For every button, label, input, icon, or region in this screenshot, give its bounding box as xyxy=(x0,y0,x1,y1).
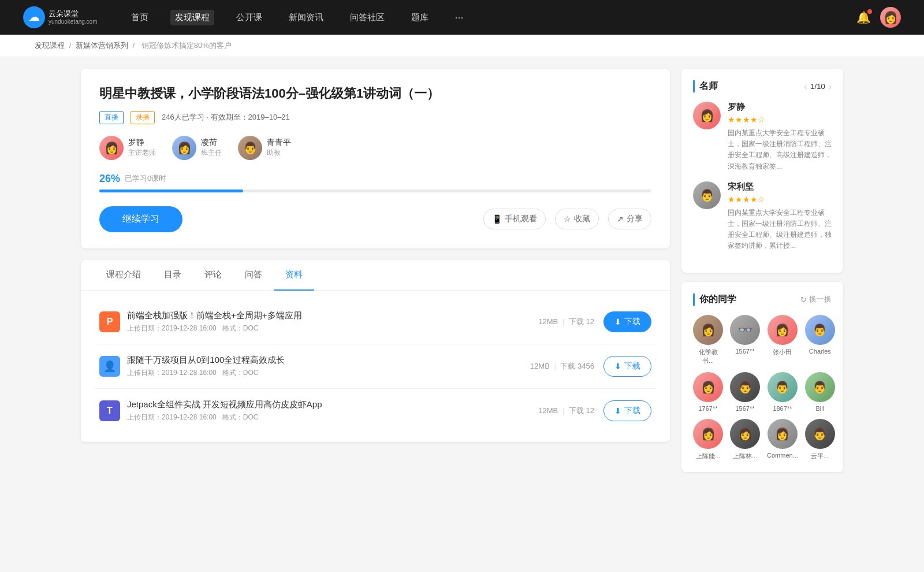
nav-more[interactable]: ··· xyxy=(450,9,468,26)
classmate-8[interactable]: 👨 Bill xyxy=(805,372,835,412)
download-button-1[interactable]: ⬇ 下载 xyxy=(603,311,651,332)
refresh-classmates-button[interactable]: ↻ 换一换 xyxy=(800,294,832,304)
download-button-2[interactable]: ⬇ 下载 xyxy=(603,356,651,377)
teacher-entry-2-desc: 国内某重点大学安全工程专业硕士，国家一级注册消防工程师、注册安全工程师、级注册建… xyxy=(728,207,832,252)
file-icon-2: 👤 xyxy=(99,356,120,377)
classmate-6[interactable]: 👨 1567** xyxy=(730,372,760,412)
classmate-7[interactable]: 👨 1867** xyxy=(767,372,798,412)
classmate-9-avatar: 👩 xyxy=(693,419,723,449)
teacher-entry-1-name: 罗静 xyxy=(728,102,832,113)
action-buttons: 📱 手机观看 ☆ 收藏 ↗ 分享 xyxy=(483,209,651,229)
classmate-1[interactable]: 👩 化学教书... xyxy=(693,315,723,365)
teacher-3-role: 助教 xyxy=(267,148,291,158)
course-meta-text: 246人已学习 · 有效期至：2019–10–21 xyxy=(162,112,290,122)
classmate-5-name: 1767** xyxy=(698,405,717,412)
tab-intro[interactable]: 课程介绍 xyxy=(95,260,152,291)
tab-review[interactable]: 评论 xyxy=(193,260,233,291)
teacher-2-avatar: 👩 xyxy=(172,136,196,160)
user-avatar[interactable]: 👩 xyxy=(880,7,901,28)
tab-materials[interactable]: 资料 xyxy=(274,260,314,291)
teacher-next-button[interactable]: › xyxy=(829,81,832,92)
breadcrumb: 发现课程 / 新媒体营销系列 / 销冠修炼术搞定80%的客户 xyxy=(0,35,924,57)
share-button[interactable]: ↗ 分享 xyxy=(608,209,651,229)
classmate-4[interactable]: 👨 Charles xyxy=(805,315,835,365)
notification-bell[interactable]: 🔔 xyxy=(856,10,871,24)
teacher-1-role: 主讲老师 xyxy=(128,148,156,158)
teacher-1-name: 罗静 xyxy=(128,138,156,148)
file-icon-1: P xyxy=(99,311,120,332)
left-panel: 明星中教授课，小学阶段语法100分–强化级第1讲动词（一） 直播 录播 246人… xyxy=(81,69,670,481)
continue-button[interactable]: 继续学习 xyxy=(99,206,182,232)
teacher-page: 1/10 xyxy=(810,82,825,91)
classmate-6-avatar: 👨 xyxy=(730,372,760,402)
file-item-1: P 前端全栈加强版！前端全栈+全周期+多端应用 上传日期：2019-12-28 … xyxy=(95,300,656,344)
teacher-entry-2-stars: ★★★★☆ xyxy=(728,195,832,204)
nav-news[interactable]: 新闻资讯 xyxy=(284,10,328,25)
avatar-face: 👩 xyxy=(880,7,901,28)
teacher-2-role: 班主任 xyxy=(201,148,222,158)
classmate-11-avatar: 👩 xyxy=(767,419,798,449)
classmate-2[interactable]: 👓 1567** xyxy=(730,315,760,365)
classmate-12[interactable]: 👨 云平... xyxy=(805,419,835,460)
nav-open[interactable]: 公开课 xyxy=(232,10,267,25)
file-info-3: Jetpack全组件实战 开发短视频应用高仿皮皮虾App 上传日期：2019-1… xyxy=(127,399,529,422)
classmate-10-name: 上陈林... xyxy=(733,452,757,460)
progress-section: 26% 已学习0课时 xyxy=(99,173,651,192)
teacher-2: 👩 凌荷 班主任 xyxy=(172,136,222,160)
nav-discover[interactable]: 发现课程 xyxy=(170,10,214,25)
classmate-4-name: Charles xyxy=(809,348,831,355)
collect-button[interactable]: ☆ 收藏 xyxy=(555,209,599,229)
classmate-10-avatar: 👩 xyxy=(730,419,760,449)
classmate-6-name: 1567** xyxy=(735,405,754,412)
nav-qa[interactable]: 问答社区 xyxy=(345,10,389,25)
file-meta-1: 上传日期：2019-12-28 16:00 格式：DOC xyxy=(127,324,529,333)
teacher-1-info: 罗静 主讲老师 xyxy=(128,138,156,158)
classmate-4-avatar: 👨 xyxy=(805,315,835,345)
file-size-2: 12MB | 下载 3456 xyxy=(530,361,594,372)
breadcrumb-sep2: / xyxy=(132,41,136,50)
classmate-8-avatar: 👨 xyxy=(805,372,835,402)
file-info-1: 前端全栈加强版！前端全栈+全周期+多端应用 上传日期：2019-12-28 16… xyxy=(127,310,529,333)
classmate-11[interactable]: 👩 Commen... xyxy=(767,419,798,460)
file-info-2: 跟随千万级项目从0到100全过程高效成长 上传日期：2019-12-28 16:… xyxy=(127,355,521,378)
logo-text: 云朵课堂 yunduoketang.com xyxy=(49,9,98,25)
teacher-entry-2: 👨 宋利坚 ★★★★☆ 国内某重点大学安全工程专业硕士，国家一级注册消防工程师、… xyxy=(693,181,832,252)
teachers-list: 👩 罗静 主讲老师 👩 凌荷 班主任 xyxy=(99,136,651,160)
file-meta-3: 上传日期：2019-12-28 16:00 格式：DOC xyxy=(127,413,529,422)
teacher-2-name: 凌荷 xyxy=(201,138,222,148)
breadcrumb-series[interactable]: 新媒体营销系列 xyxy=(76,41,128,50)
share-icon: ↗ xyxy=(617,214,624,224)
nav-problems[interactable]: 题库 xyxy=(407,10,433,25)
tab-qa[interactable]: 问答 xyxy=(233,260,274,291)
teacher-entry-1-stars: ★★★★☆ xyxy=(728,115,832,124)
tab-catalog[interactable]: 目录 xyxy=(152,260,193,291)
teacher-1: 👩 罗静 主讲老师 xyxy=(99,136,156,160)
classmate-5-avatar: 👩 xyxy=(693,372,723,402)
tag-live: 直播 xyxy=(99,111,124,124)
tag-record: 录播 xyxy=(131,111,155,124)
progress-pct: 26% xyxy=(99,173,120,185)
logo[interactable]: ☁ 云朵课堂 yunduoketang.com xyxy=(23,6,98,28)
file-item-3: T Jetpack全组件实战 开发短视频应用高仿皮皮虾App 上传日期：2019… xyxy=(95,389,656,433)
breadcrumb-sep1: / xyxy=(69,41,73,50)
mobile-watch-button[interactable]: 📱 手机观看 xyxy=(483,209,546,229)
download-button-3[interactable]: ⬇ 下载 xyxy=(603,400,651,421)
nav-home[interactable]: 首页 xyxy=(126,10,153,25)
breadcrumb-discover[interactable]: 发现课程 xyxy=(35,41,65,50)
tabs-nav: 课程介绍 目录 评论 问答 资料 xyxy=(81,260,670,291)
classmates-panel-title: 你的同学 xyxy=(693,294,736,306)
classmate-7-avatar: 👨 xyxy=(767,372,798,402)
notification-dot xyxy=(867,9,872,14)
collect-label: 收藏 xyxy=(574,214,590,224)
teacher-3: 👨 青青平 助教 xyxy=(238,136,291,160)
course-meta: 直播 录播 246人已学习 · 有效期至：2019–10–21 xyxy=(99,111,651,124)
classmate-5[interactable]: 👩 1767** xyxy=(693,372,723,412)
classmate-3[interactable]: 👩 张小田 xyxy=(767,315,798,365)
classmate-10[interactable]: 👩 上陈林... xyxy=(730,419,760,460)
refresh-icon: ↻ xyxy=(800,295,807,304)
classmate-2-name: 1567** xyxy=(735,348,754,355)
mobile-icon: 📱 xyxy=(492,214,502,224)
file-name-3: Jetpack全组件实战 开发短视频应用高仿皮皮虾App xyxy=(127,399,529,410)
classmate-9[interactable]: 👩 上陈能... xyxy=(693,419,723,460)
teacher-prev-button[interactable]: ‹ xyxy=(804,81,807,92)
